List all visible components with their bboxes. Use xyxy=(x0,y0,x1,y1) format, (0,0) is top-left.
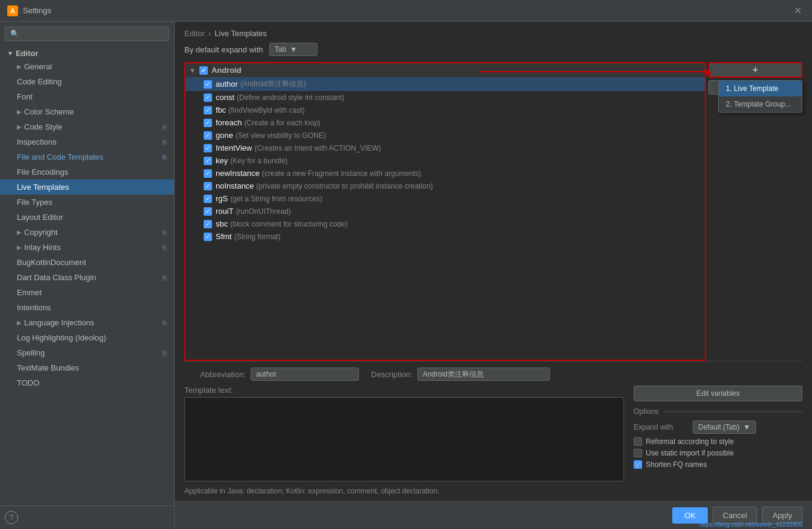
template-checkbox-fbc[interactable]: ✓ xyxy=(204,106,212,114)
abbreviation-label: Abbreviation: xyxy=(184,370,251,379)
template-row-sbc[interactable]: ✓ sbc (block comment for structuring cod… xyxy=(186,218,705,230)
breadcrumb: Editor › Live Templates xyxy=(175,22,812,43)
expand-with-dropdown[interactable]: Tab ▼ xyxy=(269,43,317,56)
expand-chevron-icon: ▼ xyxy=(743,423,751,431)
detail-area: Abbreviation: Description: Template text… xyxy=(184,361,802,501)
sidebar-item-editor[interactable]: ▼ Editor xyxy=(0,46,174,59)
template-row-intentview[interactable]: ✓ IntentView (Creates an Intent with ACT… xyxy=(186,142,705,154)
sidebar-item-color-scheme[interactable]: ▶ Color Scheme xyxy=(0,104,174,119)
template-row-sfmt[interactable]: ✓ Sfmt (String format) xyxy=(186,230,705,243)
group-checkbox[interactable]: ✓ xyxy=(199,66,208,75)
sidebar-item-live-templates[interactable]: Live Templates xyxy=(0,180,174,195)
breadcrumb-current: Live Templates xyxy=(214,29,266,38)
sidebar: 🔍 ▼ Editor ▶ General Code Editing Font ▶… xyxy=(0,22,175,529)
sidebar-item-font[interactable]: Font xyxy=(0,89,174,104)
sidebar-item-file-types[interactable]: File Types xyxy=(0,195,174,210)
static-import-checkbox[interactable] xyxy=(634,449,642,457)
template-row-noinstance[interactable]: ✓ noInstance (private empty constructor … xyxy=(186,180,705,192)
sidebar-item-code-editing[interactable]: Code Editing xyxy=(0,74,174,89)
shorten-fq-label: Shorten FQ names xyxy=(646,460,707,469)
template-checkbox-rgs[interactable]: ✓ xyxy=(204,195,212,203)
template-row-const[interactable]: ✓ const (Define android style int consta… xyxy=(186,91,705,104)
breadcrumb-separator: › xyxy=(208,29,211,38)
copy-icon3: ⎘ xyxy=(163,154,167,161)
dropdown-item-live-template[interactable]: 1. Live Template xyxy=(719,81,802,96)
template-checkbox-author[interactable]: ✓ xyxy=(204,80,212,89)
template-checkbox-gone[interactable]: ✓ xyxy=(204,131,212,140)
template-checkbox-sfmt[interactable]: ✓ xyxy=(204,233,212,241)
applicable-text: Applicable in Java: declaration; Kotlin:… xyxy=(184,487,624,495)
template-row-author[interactable]: ✓ author (Android类注释信息) xyxy=(186,77,705,91)
template-checkbox-foreach[interactable]: ✓ xyxy=(204,119,212,127)
sidebar-item-emmet[interactable]: Emmet xyxy=(0,285,174,300)
search-input[interactable] xyxy=(19,30,164,38)
title-bar: A Settings ✕ xyxy=(0,0,812,22)
checkbox-reformat[interactable]: Reformat according to style xyxy=(634,437,802,446)
template-toolbar: + 1. Live Template 2. Template Group... … xyxy=(706,62,802,361)
template-row-rgs[interactable]: ✓ rgS (get a String from resources) xyxy=(186,192,705,205)
template-row-fbc[interactable]: ✓ fbc (findViewByld with cast) xyxy=(186,104,705,116)
sidebar-item-dart-data[interactable]: Dart Data Class Plugin ⎘ xyxy=(0,270,174,285)
template-group-android[interactable]: ▼ ✓ Android xyxy=(186,63,705,77)
group-name: Android xyxy=(211,66,242,75)
description-label: Description: xyxy=(371,370,413,379)
window-title: Settings xyxy=(23,6,790,15)
sidebar-item-inlay-hints[interactable]: ▶ Inlay Hints ⎘ xyxy=(0,240,174,255)
sidebar-item-intentions[interactable]: Intentions xyxy=(0,300,174,315)
expand-with-options-dropdown[interactable]: Default (Tab) ▼ xyxy=(693,421,756,434)
sidebar-item-code-style[interactable]: ▶ Code Style ⎘ xyxy=(0,119,174,134)
template-text-area[interactable] xyxy=(184,397,624,481)
sidebar-item-copyright[interactable]: ▶ Copyright ⎘ xyxy=(0,225,174,240)
abbrev-desc-row: Abbreviation: Description: xyxy=(184,368,802,381)
sidebar-scroll: ▼ Editor ▶ General Code Editing Font ▶ C… xyxy=(0,46,174,506)
sidebar-item-inspections[interactable]: Inspections ⎘ xyxy=(0,134,174,149)
add-dropdown-menu: 1. Live Template 2. Template Group... xyxy=(718,80,802,113)
edit-variables-button[interactable]: Edit variables xyxy=(634,386,802,401)
template-checkbox-key[interactable]: ✓ xyxy=(204,157,212,165)
sidebar-item-general[interactable]: ▶ General xyxy=(0,59,174,74)
close-button[interactable]: ✕ xyxy=(790,4,805,18)
add-button[interactable]: + xyxy=(708,62,802,78)
shorten-fq-checkbox[interactable]: ✓ xyxy=(634,460,642,469)
search-box[interactable]: 🔍 xyxy=(5,27,169,41)
checkbox-shorten-fq[interactable]: ✓ Shorten FQ names xyxy=(634,460,802,469)
template-checkbox-rouit[interactable]: ✓ xyxy=(204,207,212,216)
template-row-foreach[interactable]: ✓ foreach (Create a for each loop) xyxy=(186,116,705,129)
sidebar-item-textmate[interactable]: TextMate Bundles xyxy=(0,360,174,375)
sidebar-item-log-highlighting[interactable]: Log Highlighting (Ideolog) xyxy=(0,330,174,345)
copy-icon7: ⎘ xyxy=(163,319,167,327)
template-panel: ▼ ✓ Android ✓ author (Android类注释信息) ✓ xyxy=(184,62,802,361)
reformat-checkbox[interactable] xyxy=(634,437,642,446)
expand-with-value: Tab xyxy=(275,45,286,54)
checkbox-static-import[interactable]: Use static import if possible xyxy=(634,449,802,457)
sidebar-item-spelling[interactable]: Spelling ⎘ xyxy=(0,345,174,360)
template-row-newinstance[interactable]: ✓ newInstance (create a new Fragment ins… xyxy=(186,167,705,180)
copy-icon4: ⎘ xyxy=(163,229,167,236)
copy-icon2: ⎘ xyxy=(163,139,167,146)
template-row-gone[interactable]: ✓ gone (Set view visibility to GONE) xyxy=(186,129,705,142)
reformat-label: Reformat according to style xyxy=(646,437,734,446)
copy-icon: ⎘ xyxy=(163,124,167,131)
help-button[interactable]: ? xyxy=(5,511,18,524)
abbreviation-input[interactable] xyxy=(251,368,359,381)
detail-left: Template text: Applicable in Java: decla… xyxy=(184,386,624,495)
sidebar-item-bugkotlin[interactable]: BugKotlinDocument xyxy=(0,255,174,270)
content-area: By default expand with Tab ▼ ▼ ✓ Android xyxy=(175,43,812,501)
sidebar-item-layout-editor[interactable]: Layout Editor xyxy=(0,210,174,225)
expand-with-options-label: Expand with xyxy=(634,423,688,431)
sidebar-item-todo[interactable]: TODO xyxy=(0,375,174,390)
template-checkbox-sbc[interactable]: ✓ xyxy=(204,220,212,228)
sidebar-item-file-code-templates[interactable]: File and Code Templates ⎘ xyxy=(0,149,174,164)
template-checkbox-intentview[interactable]: ✓ xyxy=(204,144,212,152)
template-checkbox-newinstance[interactable]: ✓ xyxy=(204,169,212,178)
template-row-rouit[interactable]: ✓ rouiT (runOnUIThread) xyxy=(186,205,705,218)
group-collapse-arrow: ▼ xyxy=(189,67,196,74)
dropdown-item-template-group[interactable]: 2. Template Group... xyxy=(719,96,802,112)
sidebar-item-file-encodings[interactable]: File Encodings xyxy=(0,164,174,180)
template-checkbox-noinstance[interactable]: ✓ xyxy=(204,182,212,190)
template-row-key[interactable]: ✓ key (Key for a bundle) xyxy=(186,154,705,167)
description-input[interactable] xyxy=(417,368,550,381)
sidebar-item-language-injections[interactable]: ▶ Language Injections ⎘ xyxy=(0,315,174,330)
red-arrow-indicator xyxy=(479,71,706,72)
template-checkbox-const[interactable]: ✓ xyxy=(204,93,212,102)
